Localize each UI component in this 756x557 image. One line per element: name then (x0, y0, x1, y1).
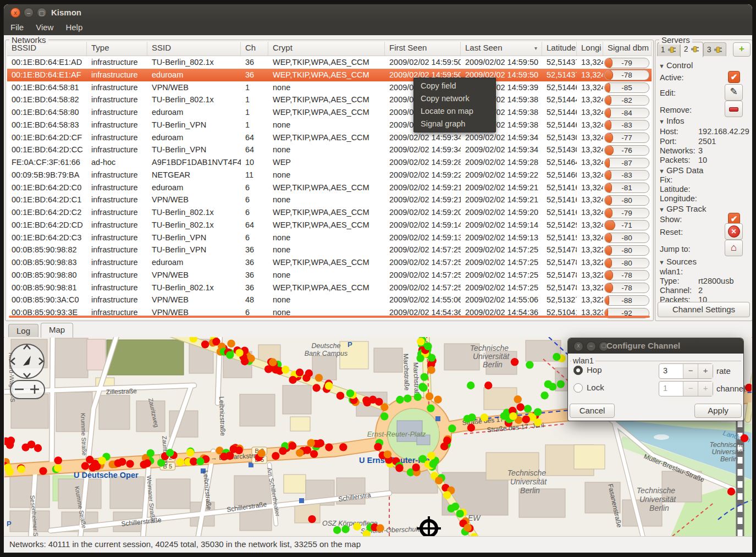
map-label: P (347, 340, 352, 349)
tab-log[interactable]: Log (8, 324, 38, 337)
jump-to-button[interactable]: ⌂ (725, 240, 743, 256)
table-row[interactable]: 00:0B:85:90:98:81infrastructureTU-Berlin… (7, 282, 652, 294)
network-marker (54, 456, 62, 464)
close-icon[interactable]: x (10, 8, 20, 18)
cell-first-seen: 2009/02/02 14:57:25 (385, 269, 461, 282)
cancel-button[interactable]: Cancel (570, 404, 615, 418)
channel-spinner[interactable]: 1 − + (659, 381, 713, 396)
table-row[interactable]: 00:0B:85:90:98:82infrastructureTU-Berlin… (7, 244, 652, 256)
networks-table[interactable]: BSSIDTypeSSIDChCryptFirst SeenLast Seen▾… (7, 42, 652, 319)
channel-decrement-icon[interactable]: − (683, 382, 698, 396)
section-sources[interactable]: ▼Sources (659, 257, 697, 266)
active-checkbox[interactable]: ✔ (728, 71, 740, 83)
cell-bssid: 00:0B:85:90:98:83 (7, 256, 87, 269)
channel-increment-icon[interactable]: + (698, 382, 713, 396)
horizontal-scrollbar[interactable] (9, 316, 650, 318)
table-row[interactable]: FE:0A:CF:3F:61:66ad-hocA9F1BDF1DAB1NVT4F… (7, 156, 652, 169)
column-header-ssid[interactable]: SSID (147, 42, 241, 56)
context-menu-item-copy-network[interactable]: Copy network (414, 92, 495, 105)
cell-ssid: eduroam (147, 181, 241, 194)
edit-button[interactable]: ✎ (725, 84, 743, 101)
map-zoom-control[interactable] (10, 380, 45, 399)
table-row[interactable]: 00:1E:BD:64:2D:C2infrastructureTU-Berlin… (7, 206, 652, 219)
table-row[interactable]: 00:1E:BD:64:58:81infrastructureVPN/WEB1n… (7, 81, 652, 94)
signal-bar: -76 (604, 145, 649, 156)
maximize-icon[interactable]: ▢ (37, 8, 47, 18)
section-control[interactable]: ▼Control (659, 60, 693, 70)
table-row[interactable]: 00:1E:BD:64:2D:C0infrastructureeduroam6W… (7, 181, 652, 194)
section-gps-track[interactable]: ▼GPS Track (659, 204, 706, 213)
rate-increment-icon[interactable]: + (698, 364, 713, 378)
channel-value[interactable]: 1 (659, 382, 683, 396)
section-gps-data[interactable]: ▼GPS Data (659, 166, 703, 175)
menu-view[interactable]: View (30, 21, 59, 34)
cell-last-seen: 2009/02/02 14:59:28 (461, 156, 542, 169)
column-header-signal-dbm[interactable]: Signal dbm (603, 42, 652, 56)
table-row[interactable]: 00:1E:BD:64:E1:ADinfrastructureTU-Berlin… (7, 56, 652, 69)
dialog-minimize-icon[interactable]: – (586, 341, 596, 351)
table-row[interactable]: 00:1E:BD:64:2D:C1infrastructureVPN/WEB6n… (7, 194, 652, 206)
table-row[interactable]: 00:1E:BD:64:2D:CFinfrastructureeduroam64… (7, 131, 652, 144)
desktop: x – ▢ Kismon FileViewHelp Networks BSSID… (0, 0, 756, 557)
hop-label: Hop (587, 365, 602, 374)
table-row[interactable]: 00:0B:85:90:98:80infrastructureVPN/WEB36… (7, 269, 652, 282)
signal-bar: -80 (604, 195, 649, 206)
table-header[interactable]: BSSIDTypeSSIDChCryptFirst SeenLast Seen▾… (7, 42, 652, 56)
rate-decrement-icon[interactable]: − (683, 364, 698, 378)
server-tab-3[interactable]: 3 (703, 42, 726, 56)
network-marker (540, 391, 548, 399)
table-row[interactable]: 00:1E:BD:64:2D:CDinfrastructureTU-Berlin… (7, 219, 652, 231)
rate-spinner[interactable]: 3 − + (659, 363, 713, 379)
context-menu-item-signal-graph[interactable]: Signal graph (414, 118, 495, 130)
dialog-close-icon[interactable]: x (573, 341, 583, 351)
channel-settings-button[interactable]: Channel Settings (658, 302, 750, 317)
cell-latitude: 52,514469 (542, 81, 577, 94)
column-header-crypt[interactable]: Crypt (268, 42, 385, 56)
column-header-ch[interactable]: Ch (241, 42, 268, 56)
network-marker (227, 340, 235, 348)
rate-value[interactable]: 3 (659, 364, 683, 378)
map-pan-control[interactable] (10, 344, 44, 378)
dialog-titlebar[interactable]: x – ▢ Configure Channel (568, 338, 743, 354)
cell-ch: 36 (241, 56, 268, 69)
table-row[interactable]: 00:1E:BD:64:58:83infrastructureTU-Berlin… (7, 119, 652, 131)
network-marker (549, 383, 556, 390)
table-row[interactable]: 00:1E:BD:64:58:80infrastructureeduroam1W… (7, 106, 652, 119)
table-row[interactable]: 00:1E:BD:64:58:82infrastructureTU-Berlin… (7, 93, 652, 106)
table-row[interactable]: 00:0B:85:90:98:83infrastructureeduroam36… (7, 256, 652, 269)
lock-radio[interactable] (573, 383, 583, 393)
reset-button[interactable]: ✕ (725, 223, 743, 240)
cell-crypt: none (268, 231, 385, 244)
cell-signal: -80 (603, 244, 652, 256)
network-marker (91, 460, 99, 467)
hop-radio[interactable] (573, 366, 583, 375)
collapse-triangle-icon: ▼ (659, 206, 665, 213)
network-marker (484, 382, 492, 389)
section-infos[interactable]: ▼Infos (659, 116, 684, 125)
column-header-latitude[interactable]: Latitude (542, 42, 577, 56)
table-row[interactable]: 00:0B:85:90:3A:C0infrastructureVPN/WEB48… (7, 294, 652, 306)
column-header-last-seen[interactable]: Last Seen▾ (461, 42, 542, 56)
remove-button[interactable] (725, 101, 743, 117)
column-header-type[interactable]: Type (87, 42, 147, 56)
context-menu-item-copy-field[interactable]: Copy field (414, 80, 495, 92)
cell-ssid: eduroam (147, 69, 241, 81)
cell-ch: 64 (241, 219, 268, 231)
menu-help[interactable]: Help (60, 21, 88, 34)
table-row[interactable]: 00:09:5B:9B:79:BAinfrastructureNETGEAR11… (7, 169, 652, 181)
apply-button[interactable]: Apply (694, 404, 742, 418)
network-marker (467, 424, 475, 432)
table-row[interactable]: 00:1E:BD:64:2D:C3infrastructureTU-Berlin… (7, 231, 652, 244)
menu-file[interactable]: File (5, 21, 29, 34)
column-header-longi[interactable]: Longi (577, 42, 603, 56)
minimize-icon[interactable]: – (24, 8, 34, 18)
table-row[interactable]: 00:1E:BD:64:2D:CCinfrastructureTU-Berlin… (7, 144, 652, 156)
titlebar[interactable]: x – ▢ Kismon (4, 4, 752, 21)
tab-map[interactable]: Map (41, 323, 73, 338)
table-row[interactable]: 00:1E:BD:64:E1:AFinfrastructureeduroam36… (7, 69, 652, 81)
context-menu-item-locate-on-map[interactable]: Locate on map (414, 105, 495, 118)
cell-longitude: 13,324 (577, 56, 603, 69)
signal-value: -80 (605, 233, 649, 242)
add-server-button[interactable]: + (733, 42, 751, 57)
column-header-first-seen[interactable]: First Seen (385, 42, 461, 56)
